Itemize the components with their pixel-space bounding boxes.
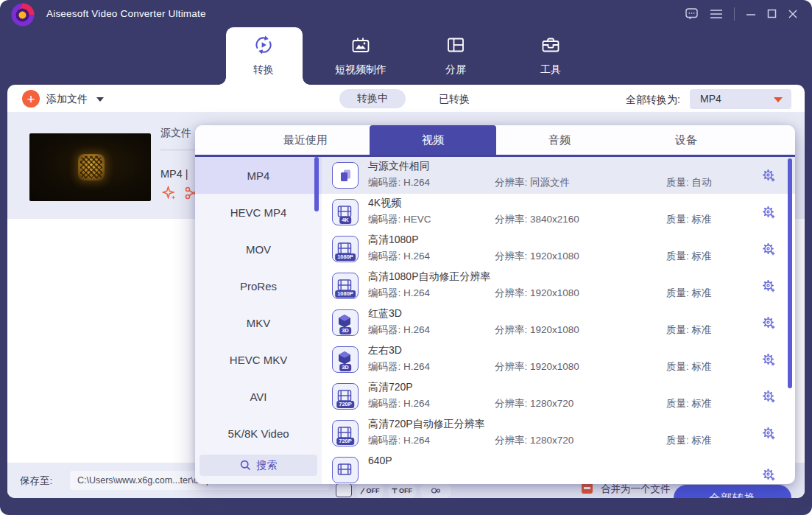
gear-icon[interactable]	[762, 169, 776, 183]
add-file-caret-icon[interactable]	[96, 97, 104, 102]
sidebar-item-prores[interactable]: ProRes	[195, 267, 322, 304]
film-icon: 720P	[332, 383, 359, 410]
format-resolution: 分辨率: 1920x1080	[495, 250, 579, 263]
source-file-label: 源文件	[160, 127, 191, 140]
format-title: 640P	[368, 455, 392, 466]
list-scrollbar[interactable]	[788, 158, 792, 388]
popup-tab-audio[interactable]: 音频	[496, 125, 623, 155]
sidebar-item-hevc-mp4[interactable]: HEVC MP4	[195, 194, 322, 231]
format-title: 左右3D	[368, 344, 402, 357]
format-row[interactable]: 4K4K视频编码器: HEVC分辨率: 3840x2160质量: 标准	[322, 194, 795, 231]
tab-split-screen-label: 分屏	[412, 63, 500, 77]
gear-icon[interactable]	[762, 316, 776, 330]
tab-converting[interactable]: 转换中	[339, 89, 406, 108]
gear-icon[interactable]	[762, 279, 776, 293]
effect-icon[interactable]	[162, 186, 177, 200]
format-title: 红蓝3D	[368, 307, 402, 320]
search-button[interactable]: 搜索	[200, 455, 317, 476]
settings-pill[interactable]	[420, 482, 451, 498]
popup-tab-video[interactable]: 视频	[370, 125, 496, 155]
minimize-button[interactable]	[746, 9, 756, 19]
browse-folder-button[interactable]	[336, 483, 352, 497]
format-quality: 质量: 标准	[666, 434, 712, 447]
merge-checkbox-icon[interactable]	[582, 483, 593, 494]
format-resolution: 分辨率: 1280x720	[495, 434, 573, 447]
sidebar-item-mov[interactable]: MOV	[195, 231, 322, 267]
output-format-dropdown[interactable]: MP4	[690, 89, 791, 109]
tab-short-video[interactable]: 短视频制作	[317, 32, 405, 77]
format-quality: 质量: 标准	[666, 360, 712, 374]
tab-converted[interactable]: 已转换	[421, 93, 487, 106]
merge-label: 合并为一个文件	[601, 483, 671, 496]
tab-convert[interactable]: 转换	[219, 32, 308, 77]
popup-tab-recent[interactable]: 最近使用	[242, 125, 369, 155]
titlebar-separator	[734, 7, 735, 21]
output-format-value: MP4	[700, 93, 721, 105]
app-logo	[10, 2, 35, 27]
window-title: Aiseesoft Video Converter Ultimate	[46, 8, 206, 19]
format-title: 高清1080P自动修正分辨率	[368, 270, 490, 284]
format-title: 高清1080P	[368, 234, 418, 247]
toggle-2-off[interactable]: OFF	[388, 482, 416, 498]
format-row[interactable]: 720P高清720P编码器: H.264分辨率: 1280x720质量: 标准	[322, 378, 795, 415]
format-row[interactable]: 1080P高清1080P编码器: H.264分辨率: 1920x1080质量: …	[322, 231, 795, 267]
add-file-button[interactable]: 添加文件	[46, 93, 88, 106]
sidebar-item-mp4[interactable]: MP4	[195, 157, 322, 194]
popup-tab-device[interactable]: 设备	[623, 125, 749, 155]
format-row[interactable]: 3D左右3D编码器: H.264分辨率: 1920x1080质量: 标准	[322, 341, 795, 378]
gear-icon[interactable]	[762, 427, 776, 441]
convert-all-button[interactable]: 全部转换	[674, 485, 791, 498]
format-encoder: 编码器: H.264	[368, 434, 430, 447]
sidebar-item-mkv[interactable]: MKV	[195, 304, 322, 341]
feedback-icon[interactable]	[685, 7, 699, 21]
source-file-underline	[160, 150, 197, 150]
gear-icon[interactable]	[762, 353, 776, 367]
gear-icon[interactable]	[762, 468, 776, 482]
format-row[interactable]: 3D红蓝3D编码器: H.264分辨率: 1920x1080质量: 标准	[322, 304, 795, 341]
app-window: Aiseesoft Video Converter Ultimate 转换	[0, 0, 812, 515]
format-resolution: 分辨率: 1920x1080	[495, 287, 579, 300]
file-format-label: MP4 |	[160, 168, 188, 180]
format-badge: 720P	[336, 438, 354, 445]
menu-icon[interactable]	[710, 8, 723, 20]
close-button[interactable]	[788, 9, 798, 19]
tab-toolbox[interactable]: 工具	[506, 32, 595, 77]
sidebar-item-5k-8k-video[interactable]: 5K/8K Video	[195, 415, 322, 452]
search-icon	[240, 460, 251, 471]
thumbnail-emblem	[78, 154, 105, 181]
format-badge: 720P	[336, 401, 354, 408]
film-icon	[332, 457, 359, 483]
format-list: 与源文件相同编码器: H.264分辨率: 同源文件质量: 自动4K4K视频编码器…	[322, 157, 795, 484]
format-quality: 质量: 标准	[666, 287, 712, 300]
format-resolution: 分辨率: 3840x2160	[495, 213, 579, 226]
film-icon: 1080P	[332, 236, 359, 262]
gear-icon[interactable]	[762, 242, 776, 256]
convert-all-label: 全部转换为:	[626, 94, 680, 107]
film-icon: 1080P	[332, 273, 359, 299]
format-row[interactable]: 1080P高清1080P自动修正分辨率编码器: H.264分辨率: 1920x1…	[322, 267, 795, 304]
toggle-1-off[interactable]: OFF	[356, 482, 384, 498]
maximize-button[interactable]	[767, 9, 777, 18]
save-to-label: 保存至:	[20, 474, 52, 488]
sidebar-item-avi[interactable]: AVI	[195, 378, 322, 415]
tab-split-screen[interactable]: 分屏	[412, 32, 500, 77]
format-title: 与源文件相同	[368, 160, 430, 173]
gear-icon[interactable]	[762, 206, 776, 220]
format-row[interactable]: 720P高清720P自动修正分辨率编码器: H.264分辨率: 1280x720…	[322, 415, 795, 452]
sidebar-scrollbar[interactable]	[314, 157, 319, 211]
format-title: 4K视频	[368, 197, 401, 210]
format-row[interactable]: 与源文件相同编码器: H.264分辨率: 同源文件质量: 自动	[322, 157, 795, 194]
format-sidebar: MP4HEVC MP4MOVProResMKVHEVC MKVAVI5K/8K …	[195, 157, 322, 484]
format-quality: 质量: 标准	[666, 250, 712, 263]
copy-icon	[332, 162, 359, 189]
format-popup: 最近使用 视频 音频 设备 MP4HEVC MP4MOVProResMKVHEV…	[195, 125, 795, 484]
format-encoder: 编码器: H.264	[368, 323, 430, 337]
sidebar-item-hevc-mkv[interactable]: HEVC MKV	[195, 341, 322, 378]
gear-icon[interactable]	[762, 390, 776, 404]
add-file-icon[interactable]: +	[22, 90, 40, 108]
video-thumbnail[interactable]	[29, 133, 151, 201]
format-resolution: 分辨率: 1920x1080	[495, 323, 579, 337]
format-quality: 质量: 标准	[666, 213, 712, 226]
format-row[interactable]: 640P	[322, 452, 795, 484]
format-badge: 1080P	[335, 290, 356, 298]
